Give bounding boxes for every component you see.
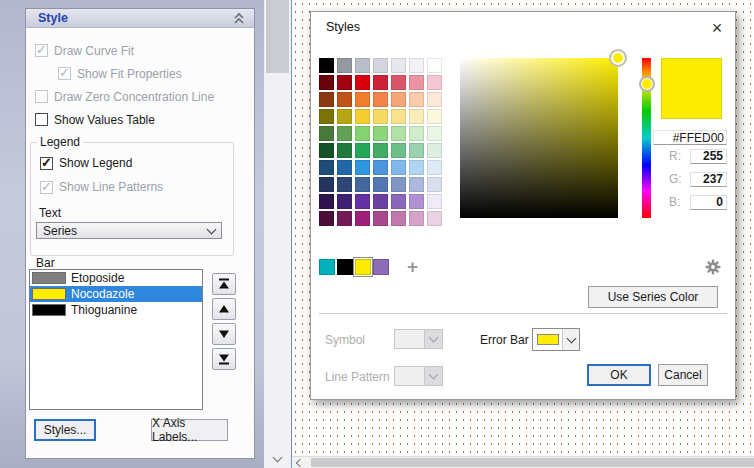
hex-color-field[interactable]: #FFED00 <box>653 130 727 145</box>
palette-swatch[interactable] <box>373 126 388 141</box>
horizontal-scrollbar[interactable] <box>292 456 754 468</box>
palette-swatch[interactable] <box>391 75 406 90</box>
hue-slider-handle[interactable] <box>639 76 655 92</box>
blue-field[interactable]: 0 <box>690 195 727 210</box>
palette-swatch[interactable] <box>373 58 388 73</box>
palette-swatch[interactable] <box>337 211 352 226</box>
palette-swatch[interactable] <box>391 194 406 209</box>
palette-swatch[interactable] <box>355 109 370 124</box>
palette-swatch[interactable] <box>373 177 388 192</box>
gear-icon[interactable] <box>705 259 721 275</box>
bar-list-item[interactable]: Nocodazole <box>30 286 202 302</box>
palette-swatch[interactable] <box>319 211 334 226</box>
move-up-button[interactable] <box>212 298 236 320</box>
bar-list-item[interactable]: Etoposide <box>30 270 202 286</box>
styles-button[interactable]: Styles... <box>34 419 96 441</box>
palette-swatch[interactable] <box>337 177 352 192</box>
vertical-scrollbar[interactable] <box>264 0 291 468</box>
custom-color-swatch[interactable] <box>337 259 353 275</box>
palette-swatch[interactable] <box>319 177 334 192</box>
checkbox-checked-icon[interactable] <box>40 157 53 170</box>
palette-swatch[interactable] <box>391 92 406 107</box>
custom-color-swatch[interactable] <box>319 259 335 275</box>
error-bar-color-dropdown[interactable] <box>532 328 580 351</box>
use-series-color-button[interactable]: Use Series Color <box>588 286 718 308</box>
palette-swatch[interactable] <box>391 126 406 141</box>
palette-swatch[interactable] <box>427 109 442 124</box>
palette-swatch[interactable] <box>319 126 334 141</box>
custom-color-swatch[interactable] <box>373 259 389 275</box>
palette-swatch[interactable] <box>409 143 424 158</box>
palette-swatch[interactable] <box>427 143 442 158</box>
palette-swatch[interactable] <box>319 75 334 90</box>
palette-swatch[interactable] <box>427 177 442 192</box>
palette-swatch[interactable] <box>319 143 334 158</box>
palette-swatch[interactable] <box>391 177 406 192</box>
palette-swatch[interactable] <box>391 211 406 226</box>
palette-swatch[interactable] <box>409 109 424 124</box>
palette-swatch[interactable] <box>409 194 424 209</box>
palette-swatch[interactable] <box>337 109 352 124</box>
palette-swatch[interactable] <box>409 177 424 192</box>
palette-swatch[interactable] <box>409 126 424 141</box>
palette-swatch[interactable] <box>391 160 406 175</box>
palette-swatch[interactable] <box>391 109 406 124</box>
bar-list-item[interactable]: Thioguanine <box>30 302 202 318</box>
palette-swatch[interactable] <box>337 126 352 141</box>
palette-swatch[interactable] <box>319 194 334 209</box>
palette-swatch[interactable] <box>409 75 424 90</box>
palette-swatch[interactable] <box>427 160 442 175</box>
palette-swatch[interactable] <box>427 75 442 90</box>
palette-swatch[interactable] <box>373 75 388 90</box>
palette-swatch[interactable] <box>373 109 388 124</box>
ok-button[interactable]: OK <box>587 364 651 386</box>
palette-swatch[interactable] <box>409 211 424 226</box>
add-color-button[interactable]: + <box>407 260 418 274</box>
palette-swatch[interactable] <box>337 92 352 107</box>
palette-swatch[interactable] <box>337 75 352 90</box>
palette-swatch[interactable] <box>373 143 388 158</box>
palette-swatch[interactable] <box>373 160 388 175</box>
palette-swatch[interactable] <box>355 92 370 107</box>
palette-swatch[interactable] <box>427 126 442 141</box>
legend-text-dropdown[interactable]: Series <box>36 222 222 239</box>
palette-swatch[interactable] <box>355 75 370 90</box>
horizontal-scrollbar-thumb[interactable] <box>311 458 754 467</box>
move-to-bottom-button[interactable] <box>212 348 236 370</box>
red-field[interactable]: 255 <box>690 149 727 164</box>
close-button[interactable]: × <box>703 16 731 40</box>
collapse-panel-button[interactable] <box>232 12 246 25</box>
vertical-scrollbar-thumb[interactable] <box>266 0 289 73</box>
palette-swatch[interactable] <box>427 92 442 107</box>
palette-swatch[interactable] <box>373 194 388 209</box>
palette-swatch[interactable] <box>337 194 352 209</box>
palette-swatch[interactable] <box>391 143 406 158</box>
green-field[interactable]: 237 <box>690 172 727 187</box>
palette-swatch[interactable] <box>409 160 424 175</box>
scroll-down-button[interactable] <box>264 448 291 468</box>
palette-swatch[interactable] <box>373 211 388 226</box>
move-to-top-button[interactable] <box>212 273 236 295</box>
cancel-button[interactable]: Cancel <box>658 364 708 386</box>
palette-swatch[interactable] <box>409 92 424 107</box>
palette-swatch[interactable] <box>337 160 352 175</box>
palette-swatch[interactable] <box>355 160 370 175</box>
palette-swatch[interactable] <box>355 143 370 158</box>
palette-swatch[interactable] <box>319 92 334 107</box>
palette-swatch[interactable] <box>427 194 442 209</box>
palette-swatch[interactable] <box>355 177 370 192</box>
sv-picker-handle[interactable] <box>609 49 627 67</box>
bar-series-list[interactable]: EtoposideNocodazoleThioguanine <box>29 269 203 410</box>
palette-swatch[interactable] <box>337 58 352 73</box>
palette-swatch[interactable] <box>409 58 424 73</box>
checkbox-unchecked-icon[interactable] <box>35 113 48 126</box>
custom-color-swatch[interactable] <box>355 259 371 275</box>
palette-swatch[interactable] <box>337 143 352 158</box>
palette-swatch[interactable] <box>355 126 370 141</box>
palette-swatch[interactable] <box>319 109 334 124</box>
palette-swatch[interactable] <box>319 58 334 73</box>
saturation-value-gradient[interactable] <box>460 58 618 218</box>
x-axis-labels-button[interactable]: X Axis Labels... <box>151 419 228 441</box>
palette-swatch[interactable] <box>355 58 370 73</box>
palette-swatch[interactable] <box>427 58 442 73</box>
